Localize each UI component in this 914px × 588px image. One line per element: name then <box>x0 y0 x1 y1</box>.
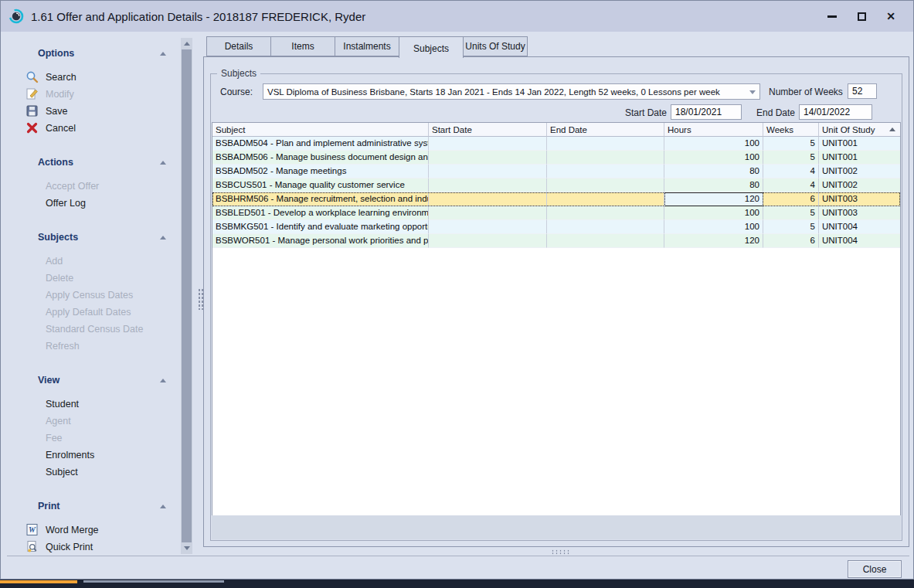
table-cell[interactable]: BSBMKG501 - Identify and evaluate market… <box>212 220 429 234</box>
table-cell[interactable]: BSBWOR501 - Manage personal work priorit… <box>212 234 429 248</box>
section-header-options[interactable]: Options <box>7 46 178 61</box>
table-cell[interactable]: 5 <box>763 151 819 165</box>
number-of-weeks-field[interactable] <box>848 83 877 99</box>
table-cell[interactable] <box>547 165 664 178</box>
table-cell[interactable]: 5 <box>763 220 819 234</box>
sidebar-item-search[interactable]: Search <box>7 69 178 86</box>
table-cell[interactable]: 100 <box>664 151 763 165</box>
section-header-print[interactable]: Print <box>7 498 178 514</box>
table-cell[interactable]: BSBCUS501 - Manage quality customer serv… <box>212 178 429 192</box>
sidebar-item-enrolments[interactable]: Enrolments <box>7 447 178 464</box>
table-cell[interactable] <box>547 178 664 192</box>
table-cell[interactable]: 80 <box>664 178 763 192</box>
horizontal-splitter[interactable] <box>7 547 909 556</box>
maximize-button[interactable] <box>847 5 876 27</box>
table-cell[interactable] <box>547 192 664 206</box>
sidebar-item-save[interactable]: Save <box>7 103 178 120</box>
table-cell[interactable] <box>429 165 547 178</box>
column-header-subject[interactable]: Subject <box>212 123 429 137</box>
table-cell[interactable]: 6 <box>763 234 819 248</box>
table-cell[interactable] <box>547 137 664 151</box>
table-cell[interactable]: 120 <box>664 234 763 248</box>
tab-bar: DetailsItemsInstalmentsSubjectsUnits Of … <box>206 36 528 58</box>
taskbar-active-item[interactable] <box>0 580 77 583</box>
table-cell[interactable]: 100 <box>664 220 763 234</box>
tab-instalments[interactable]: Instalments <box>335 36 399 56</box>
column-header-hours[interactable]: Hours <box>664 123 763 137</box>
table-cell[interactable]: UNIT002 <box>819 165 900 178</box>
course-label: Course: <box>220 84 253 100</box>
sidebar-item-subject[interactable]: Subject <box>7 464 178 481</box>
table-cell[interactable] <box>429 220 547 234</box>
table-cell[interactable] <box>547 220 664 234</box>
scroll-up-icon[interactable] <box>181 38 192 49</box>
table-cell[interactable]: 120 <box>664 192 763 206</box>
sidebar-item-student[interactable]: Student <box>7 396 178 413</box>
sidebar-item-offer-log[interactable]: Offer Log <box>7 195 178 212</box>
subjects-groupbox: Subjects Course: VSL Diploma of Business… <box>210 73 902 541</box>
section-header-view[interactable]: View <box>7 372 178 388</box>
column-header-end-date[interactable]: End Date <box>547 123 664 137</box>
table-cell[interactable]: 5 <box>763 137 819 151</box>
tab-items[interactable]: Items <box>270 36 335 56</box>
table-cell[interactable]: UNIT002 <box>819 178 900 192</box>
table-row[interactable]: BSBADM504 - Plan and implement administr… <box>212 137 900 151</box>
table-cell[interactable]: 4 <box>763 178 819 192</box>
column-header-start-date[interactable]: Start Date <box>429 123 547 137</box>
tab-subjects[interactable]: Subjects <box>399 36 464 58</box>
column-header-label: Start Date <box>432 125 472 134</box>
table-cell[interactable]: UNIT004 <box>819 220 900 234</box>
section-header-subjects[interactable]: Subjects <box>7 229 178 245</box>
close-button[interactable]: Close <box>848 560 902 578</box>
table-row[interactable]: BSBADM506 - Manage business document des… <box>212 151 900 165</box>
scrollbar-thumb[interactable] <box>182 49 192 542</box>
tab-details[interactable]: Details <box>206 36 271 56</box>
column-header-unit-of-study[interactable]: Unit Of Study <box>819 123 900 137</box>
taskbar-item[interactable] <box>83 580 224 583</box>
table-cell[interactable]: 4 <box>763 165 819 178</box>
close-window-button[interactable]: ✕ <box>876 5 906 27</box>
table-cell[interactable]: BSBLED501 - Develop a workplace learning… <box>212 206 429 220</box>
table-row[interactable]: BSBHRM506 - Manage recruitment, selectio… <box>212 192 900 206</box>
sidebar-section-view: ViewStudentAgentFeeEnrolmentsSubject <box>7 372 178 481</box>
table-cell[interactable]: 100 <box>664 137 763 151</box>
table-cell[interactable]: 5 <box>763 206 819 220</box>
table-row[interactable]: BSBMKG501 - Identify and evaluate market… <box>212 220 900 234</box>
table-cell[interactable] <box>429 178 547 192</box>
table-cell[interactable]: UNIT004 <box>819 234 900 248</box>
table-cell[interactable] <box>429 192 547 206</box>
minimize-button[interactable] <box>817 5 847 27</box>
table-row[interactable]: BSBCUS501 - Manage quality customer serv… <box>212 178 900 192</box>
sidebar-item-cancel[interactable]: Cancel <box>7 120 178 137</box>
table-cell[interactable] <box>547 206 664 220</box>
table-cell[interactable]: 100 <box>664 206 763 220</box>
table-cell[interactable]: UNIT001 <box>819 151 900 165</box>
table-row[interactable]: BSBWOR501 - Manage personal work priorit… <box>212 234 900 248</box>
table-cell[interactable]: 80 <box>664 165 763 178</box>
table-cell[interactable]: UNIT001 <box>819 137 900 151</box>
column-header-weeks[interactable]: Weeks <box>763 123 819 137</box>
table-cell[interactable] <box>429 206 547 220</box>
table-cell[interactable] <box>547 151 664 165</box>
table-cell[interactable]: UNIT003 <box>819 192 900 206</box>
course-combobox[interactable]: VSL Diploma of Business Brisbane, Starts… <box>263 83 760 100</box>
section-header-actions[interactable]: Actions <box>7 155 178 170</box>
table-cell[interactable] <box>429 151 547 165</box>
table-row[interactable]: BSBLED501 - Develop a workplace learning… <box>212 206 900 220</box>
table-cell[interactable]: BSBHRM506 - Manage recruitment, selectio… <box>212 192 429 206</box>
table-cell[interactable]: BSBADM504 - Plan and implement administr… <box>212 137 429 151</box>
table-cell[interactable]: BSBADM506 - Manage business document des… <box>212 151 429 165</box>
table-cell[interactable] <box>429 234 547 248</box>
table-cell[interactable]: BSBADM502 - Manage meetings <box>212 165 429 178</box>
table-cell[interactable] <box>547 234 664 248</box>
sidebar-scrollbar[interactable] <box>181 38 192 554</box>
table-cell[interactable] <box>429 137 547 151</box>
table-row[interactable]: BSBADM502 - Manage meetings804UNIT002 <box>212 165 900 178</box>
start-date-field[interactable] <box>671 104 742 120</box>
table-footer-strip <box>212 515 901 539</box>
table-cell[interactable]: 6 <box>763 192 819 206</box>
end-date-field[interactable] <box>799 104 872 120</box>
tab-units-of-study[interactable]: Units Of Study <box>463 36 528 56</box>
table-cell[interactable]: UNIT003 <box>819 206 900 220</box>
sidebar-item-word-merge[interactable]: WWord Merge <box>7 522 178 539</box>
